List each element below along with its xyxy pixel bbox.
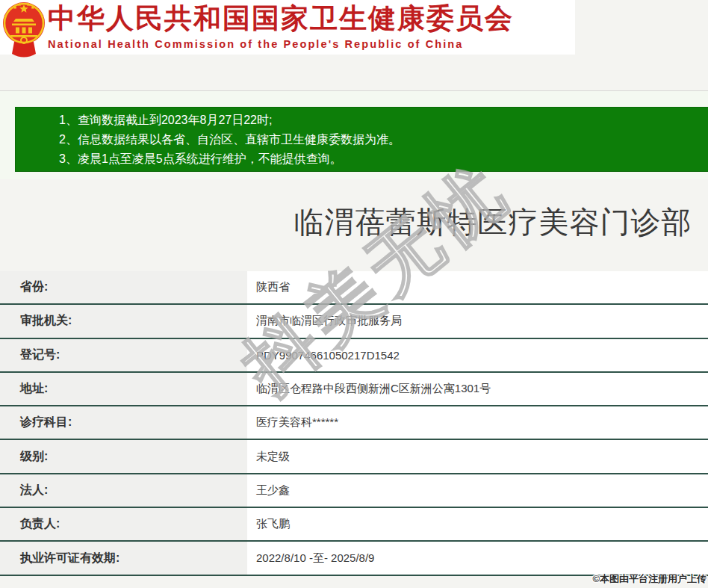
field-label: 级别: (0, 440, 247, 472)
upload-credit-watermark: ©本图由平台注册用户上传 (592, 572, 707, 586)
header-gap (0, 55, 708, 90)
field-value: 2022/8/10 -至- 2025/8/9 (247, 542, 708, 574)
field-value: PDY99074661050217D1542 (247, 339, 708, 371)
site-title-english: National Health Commission of the People… (48, 36, 514, 52)
field-label: 审批机关: (0, 305, 247, 337)
table-row: 级别: 未定级 (0, 440, 708, 474)
field-label: 法人: (0, 474, 247, 507)
table-row: 诊疗科目: 医疗美容科****** (0, 406, 708, 440)
field-label: 省份: (0, 271, 247, 303)
table-row: 省份: 陕西省 (0, 271, 708, 305)
page: 中华人民共和国国家卫生健康委员会 National Health Commiss… (0, 0, 708, 576)
field-value: 张飞鹏 (247, 508, 708, 540)
table-row: 负责人: 张飞鹏 (0, 508, 708, 542)
field-value: 未定级 (247, 440, 708, 472)
site-title-chinese: 中华人民共和国国家卫生健康委员会 (48, 2, 514, 35)
notice-line: 1、查询数据截止到2023年8月27日22时; (59, 111, 708, 130)
query-notice-box: 1、查询数据截止到2023年8月27日22时;2、信息数据结果以各省、自治区、直… (15, 107, 708, 172)
table-row: 审批机关: 渭南市临渭区行政审批服务局 (0, 305, 708, 338)
field-label: 地址: (0, 373, 247, 405)
info-table: 省份: 陕西省 审批机关: 渭南市临渭区行政审批服务局 登记号: PDY9907… (0, 271, 708, 576)
table-row: 执业许可证有效期: 2022/8/10 -至- 2025/8/9 (0, 542, 708, 575)
field-value: 陕西省 (247, 271, 708, 303)
header-titles: 中华人民共和国国家卫生健康委员会 National Health Commiss… (48, 2, 514, 52)
field-label: 负责人: (0, 508, 247, 540)
field-label: 诊疗科目: (0, 406, 247, 439)
field-value: 王少鑫 (247, 474, 708, 507)
field-value: 渭南市临渭区行政审批服务局 (247, 305, 708, 337)
field-label: 执业许可证有效期: (0, 542, 247, 574)
notice-line: 3、凌晨1点至凌晨5点系统进行维护，不能提供查询。 (59, 149, 708, 169)
table-row: 地址: 临渭区仓程路中段西侧新洲C区新洲公寓1301号 (0, 373, 708, 406)
notice-line: 2、信息数据结果以各省、自治区、直辖市卫生健康委数据为准。 (59, 130, 708, 149)
table-row: 法人: 王少鑫 (0, 474, 708, 508)
field-value: 临渭区仓程路中段西侧新洲C区新洲公寓1301号 (247, 373, 708, 405)
field-label: 登记号: (0, 339, 247, 371)
field-value: 医疗美容科****** (247, 406, 708, 439)
china-national-emblem-icon (2, 0, 46, 63)
table-row: 登记号: PDY99074661050217D1542 (0, 339, 708, 373)
site-header: 中华人民共和国国家卫生健康委员会 National Health Commiss… (0, 0, 708, 55)
notice-section: 1、查询数据截止到2023年8月27日22时;2、信息数据结果以各省、自治区、直… (0, 91, 708, 179)
institution-name: 临渭蓓蕾斯特医疗美容门诊部 (0, 202, 708, 241)
